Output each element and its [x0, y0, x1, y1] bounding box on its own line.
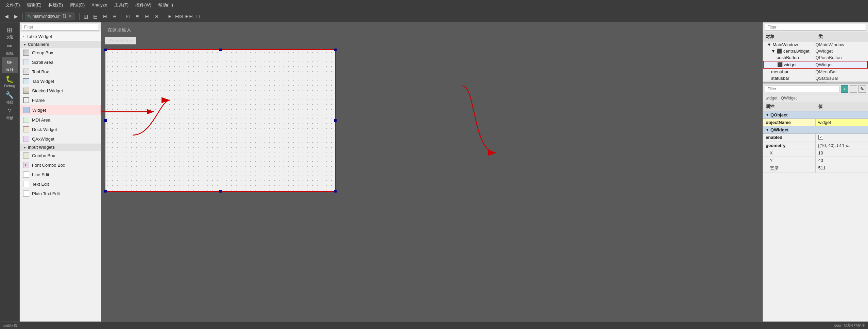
- handle-bottom-left[interactable]: [104, 190, 107, 193]
- widget-item-combobox[interactable]: Combo Box: [20, 151, 101, 160]
- widget-item-textedit[interactable]: Text Edit: [20, 179, 101, 189]
- props-filter-input[interactable]: [765, 86, 839, 92]
- menubar-item-controls[interactable]: 控件(W): [132, 1, 155, 10]
- menubar-item-file[interactable]: 文件(F): [2, 1, 23, 10]
- props-key-geometry: geometry: [763, 142, 816, 149]
- sidebar-item-help[interactable]: ? 帮助: [2, 106, 18, 122]
- obj-tree-scroll: [763, 81, 868, 84]
- handle-top-left[interactable]: [104, 49, 107, 51]
- sidebar-label-debug: Debug: [4, 84, 15, 88]
- menubar-item-analyze[interactable]: Analyze: [88, 1, 110, 9]
- sidebar-item-project[interactable]: 🔧 项目: [2, 90, 18, 106]
- toolbar-file-close[interactable]: ✕: [68, 14, 72, 19]
- toolbar-btn-4[interactable]: ⊟: [110, 12, 119, 21]
- obj-row-mainwindow[interactable]: ▼ MainWindow QMainWindow: [763, 41, 868, 48]
- toolbar-nav-next[interactable]: ▶: [12, 12, 20, 21]
- props-section-qobject[interactable]: ▼ QObject: [763, 111, 868, 119]
- canvas-area[interactable]: 在这里输入 PushButton: [101, 22, 763, 329]
- props-subrow-y[interactable]: Y 40: [763, 157, 868, 164]
- obj-row-statusbar[interactable]: statusbar QStatusBar: [763, 75, 868, 81]
- widget-label-widget: Widget: [32, 108, 46, 113]
- handle-middle-right[interactable]: [334, 119, 337, 122]
- toolbar-separator-1: [22, 13, 23, 20]
- widget-item-plaintextedit[interactable]: Plain Text Edit: [20, 189, 101, 198]
- widget-label-tabwidget: Tab Widget: [32, 79, 54, 84]
- widget-item-lineedit[interactable]: Line Edit: [20, 170, 101, 179]
- input-triangle: ▼: [23, 146, 27, 149]
- toolbar-btn-12[interactable]: □: [194, 12, 203, 21]
- widget-label-fontcombo: Font Combo Box: [32, 163, 65, 168]
- right-filter-input[interactable]: [765, 24, 866, 31]
- toolbar-btn-6[interactable]: ≡: [133, 12, 142, 21]
- obj-row-centralwidget[interactable]: ▼ ⬛ centralwidget QWidget: [763, 48, 868, 54]
- toolbar-btn-2[interactable]: ▤: [91, 12, 100, 21]
- obj-type-pushbutton: QPushButton: [816, 55, 866, 60]
- widget-item-frame[interactable]: Frame: [20, 95, 101, 105]
- toolbar-btn-10[interactable]: ⊟⊠: [175, 12, 184, 21]
- widget-label-mdi: MDI Area: [32, 117, 50, 123]
- handle-top-right[interactable]: [334, 49, 337, 51]
- handle-top-center[interactable]: [219, 49, 222, 51]
- qwidget-label: QWidget: [770, 127, 788, 132]
- toolbar-nav-prev[interactable]: ◀: [2, 12, 11, 21]
- props-row-geometry[interactable]: geometry [(10, 40), 511 x...: [763, 142, 868, 149]
- obj-name-pushbutton: pushButton: [766, 55, 816, 60]
- toolbar-btn-11[interactable]: ⊞⊟: [184, 12, 193, 21]
- widget-label-combobox: Combo Box: [32, 153, 55, 158]
- canvas-placeholder: 在这里输入: [105, 26, 759, 35]
- widget-label-groupbox: Group Box: [32, 50, 53, 55]
- widget-item-fontcombo[interactable]: F Font Combo Box: [20, 160, 101, 170]
- sidebar-item-debug[interactable]: 🐛 Debug: [2, 73, 18, 90]
- props-more-btn[interactable]: ✎: [858, 85, 866, 93]
- mdi-icon: [23, 117, 29, 123]
- widget-filter-input[interactable]: [22, 24, 99, 31]
- widget-label-qax: QAxWidget: [32, 136, 54, 142]
- enabled-checkbox[interactable]: [818, 135, 823, 140]
- menubar-item-debug[interactable]: 调试(D): [66, 1, 88, 10]
- toolbar-btn-7[interactable]: ⊟: [142, 12, 151, 21]
- frame-icon: [23, 97, 29, 103]
- widget-item-scrollarea[interactable]: Scroll Area: [20, 57, 101, 67]
- props-subrow-width[interactable]: 宽度 511: [763, 164, 868, 173]
- widget-item-widget[interactable]: Widget: [20, 105, 101, 115]
- props-key-objectname: objectName: [763, 119, 816, 126]
- sidebar-item-design[interactable]: ✏ 设计: [2, 57, 18, 73]
- widget-item-toolbox[interactable]: Tool Box: [20, 67, 101, 76]
- props-add-btn[interactable]: +: [841, 85, 848, 93]
- widget-label-lineedit: Line Edit: [32, 172, 49, 177]
- widget-item-stacked[interactable]: Stacked Widget: [20, 86, 101, 95]
- menubar-item-edit[interactable]: 编辑(E): [23, 1, 45, 10]
- obj-row-menubar[interactable]: menubar QMenuBar: [763, 69, 868, 75]
- handle-middle-left[interactable]: [104, 119, 107, 122]
- sidebar-item-edit[interactable]: ✏ 编辑: [2, 41, 18, 57]
- props-subrow-x[interactable]: X 10: [763, 149, 868, 157]
- toolbar-btn-8[interactable]: ⊠: [152, 12, 161, 21]
- props-section-qwidget[interactable]: ▼ QWidget: [763, 126, 868, 134]
- obj-row-pushbutton[interactable]: pushButton QPushButton: [763, 54, 868, 61]
- props-row-enabled[interactable]: enabled: [763, 134, 868, 142]
- design-canvas[interactable]: [105, 49, 336, 192]
- menubar-item-help[interactable]: 帮助(H): [155, 1, 176, 10]
- widget-item-groupbox[interactable]: Group Box: [20, 48, 101, 57]
- toolbar-btn-5[interactable]: ⊡: [123, 12, 132, 21]
- widget-item-tablewidget[interactable]: Table Widget: [20, 32, 101, 41]
- toolbar-btn-1[interactable]: ▧: [82, 12, 90, 21]
- menubar-item-build[interactable]: 构建(B): [45, 1, 66, 10]
- props-row-objectname[interactable]: objectName widget: [763, 119, 868, 126]
- widget-item-dock[interactable]: Dock Widget: [20, 125, 101, 134]
- handle-bottom-center[interactable]: [219, 190, 222, 193]
- sidebar-item-welcome[interactable]: ⊞ 欢迎: [2, 24, 18, 41]
- pushbutton[interactable]: PushButton: [105, 37, 136, 44]
- toolbar-btn-3[interactable]: ⊞: [101, 12, 109, 21]
- main-layout: ⊞ 欢迎 ✏ 编辑 ✏ 设计 🐛 Debug 🔧 项目 ? 帮助: [0, 22, 868, 329]
- toolbar-file-arrows[interactable]: ⇅: [62, 13, 67, 19]
- widget-item-mdi[interactable]: MDI Area: [20, 115, 101, 125]
- object-tree: 对象 类 ▼ MainWindow QMainWindow ▼ ⬛ centra…: [763, 32, 868, 84]
- menubar-item-tools[interactable]: 工具(T): [111, 1, 132, 10]
- handle-bottom-right[interactable]: [334, 190, 337, 193]
- toolbar-btn-9[interactable]: ⊞: [165, 12, 174, 21]
- obj-row-widget[interactable]: ⬛ widget QWidget: [763, 61, 868, 69]
- props-remove-btn[interactable]: −: [850, 85, 857, 93]
- widget-item-tabwidget[interactable]: Tab Widget: [20, 76, 101, 86]
- widget-item-qax[interactable]: QAxWidget: [20, 134, 101, 144]
